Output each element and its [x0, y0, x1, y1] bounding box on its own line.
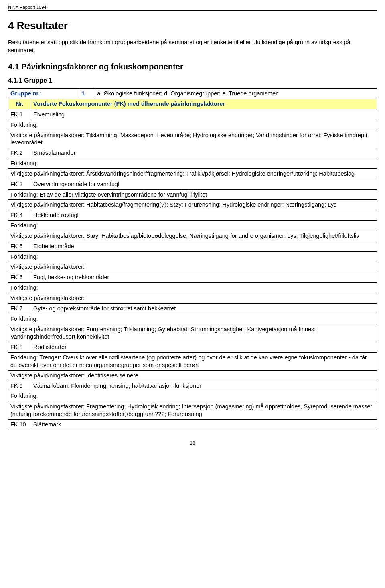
running-header: NINA Rapport 1094 [8, 5, 377, 11]
fk-explanation-row: Forklaring: [8, 120, 377, 130]
fk-header-nr: Nr. [8, 99, 31, 109]
fk-factors-row: Viktigste påvirkningsfaktorer: Fragmente… [8, 401, 377, 420]
fk-header-title: Vurderte Fokuskomponenter (FK) med tilhø… [31, 99, 377, 109]
fk-label: FK 10 [8, 419, 31, 430]
group-label: Gruppe nr.: [8, 89, 79, 99]
fk-explanation: Forklaring: Trenger: Oversikt over alle … [8, 353, 377, 371]
fk-header-row: Nr.Vurderte Fokuskomponenter (FK) med ti… [8, 99, 377, 109]
fk-row: FK 10Slåttemark [8, 419, 377, 430]
fk-row: FK 4Hekkende rovfugl [8, 210, 377, 221]
fk-explanation-row: Forklaring: [8, 251, 377, 262]
fk-factors-row: Viktigste påvirkningsfaktorer: Habitatbe… [8, 200, 377, 210]
fk-factors-row: Viktigste påvirkningsfaktorer: [8, 293, 377, 304]
fk-explanation: Forklaring: [8, 283, 377, 293]
fk-explanation: Forklaring: [8, 251, 377, 262]
fk-name: Hekkende rovfugl [31, 210, 377, 221]
fk-label: FK 2 [8, 148, 31, 158]
fk-explanation: Forklaring: Et av de aller viktigste ove… [8, 189, 377, 200]
group-number: 1 [79, 89, 95, 99]
fk-explanation: Forklaring: [8, 120, 377, 130]
heading-results: 4 Resultater [8, 20, 377, 32]
fk-label: FK 7 [8, 303, 31, 314]
fk-explanation-row: Forklaring: [8, 158, 377, 169]
fk-explanation-row: Forklaring: [8, 283, 377, 293]
fk-factors: Viktigste påvirkningsfaktorer: Habitatbe… [8, 200, 377, 210]
fk-factors: Viktigste påvirkningsfaktorer: Fragmente… [8, 401, 377, 420]
heading-411: 4.1.1 Gruppe 1 [8, 77, 377, 84]
fk-name: Våtmark/dam: Flomdemping, rensing, habit… [31, 381, 377, 391]
fk-factors-row: Viktigste påvirkningsfaktorer: [8, 262, 377, 272]
fk-factors: Viktigste påvirkningsfaktorer: Identifis… [8, 370, 377, 381]
fk-label: FK 9 [8, 381, 31, 391]
fk-label: FK 8 [8, 342, 31, 353]
fk-explanation: Forklaring: [8, 158, 377, 169]
fk-label: FK 4 [8, 210, 31, 221]
fk-factors: Viktigste påvirkningsfaktorer: Støy; Hab… [8, 231, 377, 241]
fk-row: FK 2Småsalamander [8, 148, 377, 158]
fk-label: FK 6 [8, 272, 31, 283]
fk-factors-row: Viktigste påvirkningsfaktorer: Tilslammi… [8, 130, 377, 148]
fk-name: Gyte- og oppvekstområde for storørret sa… [31, 303, 377, 314]
fk-label: FK 5 [8, 241, 31, 251]
fk-name: Overvintringsområde for vannfugl [31, 179, 377, 189]
fk-explanation-row: Forklaring: Et av de aller viktigste ove… [8, 189, 377, 200]
intro-paragraph: Resultatene er satt opp slik de framkom … [8, 39, 377, 54]
fk-row: FK 7Gyte- og oppvekstområde for storørre… [8, 303, 377, 314]
fk-name: Elvemusling [31, 109, 377, 120]
fk-explanation: Forklaring: [8, 391, 377, 401]
fk-factors: Viktigste påvirkningsfaktorer: Tilslammi… [8, 130, 377, 148]
fk-explanation-row: Forklaring: [8, 221, 377, 231]
fk-factors: Viktigste påvirkningsfaktorer: Forurensn… [8, 324, 377, 342]
fk-row: FK 8Rødlistearter [8, 342, 377, 353]
fk-explanation-row: Forklaring: [8, 391, 377, 401]
page-number: 18 [8, 440, 377, 446]
fk-name: Slåttemark [31, 419, 377, 430]
fk-factors-row: Viktigste påvirkningsfaktorer: Forurensn… [8, 324, 377, 342]
fk-explanation-row: Forklaring: [8, 314, 377, 324]
fk-name: Fugl, hekke- og trekkområder [31, 272, 377, 283]
fk-table: Gruppe nr.:1a. Økologiske funksjoner; d.… [8, 88, 377, 430]
fk-explanation: Forklaring: [8, 221, 377, 231]
fk-factors-row: Viktigste påvirkningsfaktorer: Årstidsva… [8, 168, 377, 179]
fk-factors-row: Viktigste påvirkningsfaktorer: Støy; Hab… [8, 231, 377, 241]
fk-row: FK 3Overvintringsområde for vannfugl [8, 179, 377, 189]
fk-name: Elgbeiteområde [31, 241, 377, 251]
group-header-row: Gruppe nr.:1a. Økologiske funksjoner; d.… [8, 89, 377, 99]
fk-explanation: Forklaring: [8, 314, 377, 324]
fk-row: FK 6Fugl, hekke- og trekkområder [8, 272, 377, 283]
fk-row: FK 1Elvemusling [8, 109, 377, 120]
fk-label: FK 3 [8, 179, 31, 189]
fk-name: Småsalamander [31, 148, 377, 158]
page-container: NINA Rapport 1094 4 Resultater Resultate… [0, 0, 385, 462]
fk-factors-row: Viktigste påvirkningsfaktorer: Identifis… [8, 370, 377, 381]
group-description: a. Økologiske funksjoner; d. Organismegr… [95, 89, 377, 99]
fk-row: FK 9Våtmark/dam: Flomdemping, rensing, h… [8, 381, 377, 391]
fk-explanation-row: Forklaring: Trenger: Oversikt over alle … [8, 353, 377, 371]
fk-row: FK 5Elgbeiteområde [8, 241, 377, 251]
fk-factors: Viktigste påvirkningsfaktorer: [8, 293, 377, 304]
fk-factors: Viktigste påvirkningsfaktorer: [8, 262, 377, 272]
fk-label: FK 1 [8, 109, 31, 120]
heading-41: 4.1 Påvirkningsfaktorer og fokuskomponen… [8, 62, 377, 71]
fk-name: Rødlistearter [31, 342, 377, 353]
fk-factors: Viktigste påvirkningsfaktorer: Årstidsva… [8, 168, 377, 179]
